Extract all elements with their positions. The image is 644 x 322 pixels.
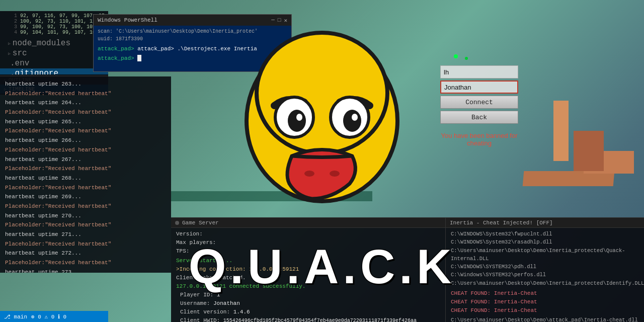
heartbeat-269: heartbeat uptime 269...Placeholder:"Rece… <box>5 192 166 211</box>
cheat-titlebar: Inertia - Cheat Injected! [OFF] <box>446 218 644 228</box>
server-version: Version: <box>176 230 440 238</box>
duck-svg <box>226 28 418 214</box>
heartbeat-272: heartbeat uptime 272...Placeholder:"Rece… <box>5 249 166 267</box>
svg-point-8 <box>304 171 314 177</box>
back-button[interactable]: Back <box>440 111 518 124</box>
svg-point-6 <box>296 114 302 121</box>
maximize-button[interactable]: □ <box>278 17 281 24</box>
server-client-version: Client version: 1.4.6 <box>176 308 440 316</box>
minimize-button[interactable]: ─ <box>271 17 275 24</box>
server-hwid: Client HWID: 155426496cfbd105f2bc4579f04… <box>176 316 440 322</box>
powershell-titlebar: Windows PowerShell ─ □ ✕ <box>94 15 291 26</box>
server-titlebar: Game Server <box>171 218 445 228</box>
code-line: 192, 97, 116, 97, 99, 107, 95, 112, 97, <box>0 13 108 19</box>
cheat-path-5: C:\Windows\SYSTEM32\perfos.dll <box>451 271 639 279</box>
server-dot <box>175 221 179 225</box>
cheat-content: C:\WINDOWS\System32\fwpuclnt.dll C:\WIND… <box>446 228 644 322</box>
cheat-found-2: CHEAT FOUND: Inertia-Cheat <box>451 298 639 306</box>
svg-point-5 <box>343 110 361 132</box>
game-login-ui: Connect Back You have been banned forche… <box>440 65 518 147</box>
error-count: ⊗ 0 ⚠ 0 ℹ 0 <box>31 313 66 320</box>
cheat-panel: Inertia - Cheat Injected! [OFF] C:\WINDO… <box>445 217 644 322</box>
tree-node-modules[interactable]: ▷node_modules <box>0 38 108 48</box>
cheat-path-2: C:\WINDOWS\System32\rasadhlp.dll <box>451 238 639 246</box>
code-line: 2100, 92, 73, 110, 101, 114, 116, 105, 9… <box>0 19 108 24</box>
heartbeat-270: heartbeat uptime 270...Placeholder:"Rece… <box>5 211 166 230</box>
cheat-path-1: C:\WINDOWS\System32\fwpuclnt.dll <box>451 230 639 238</box>
window-controls[interactable]: ─ □ ✕ <box>271 17 287 24</box>
code-line: 399, 100, 92, 73, 100, 101, 110, 116, 10… <box>0 24 108 30</box>
close-button[interactable]: ✕ <box>284 17 287 24</box>
cheat-found-3: CHEAT FOUND: Inertia-Cheat <box>451 306 639 315</box>
heartbeat-265: heartbeat uptime 265...Placeholder:"Rece… <box>5 117 166 136</box>
game-block <box>574 131 604 171</box>
cheat-path-6: C:\Users\mainuser\Desktop\Demo\Inertia_p… <box>451 279 639 287</box>
cheat-path-4: C:\WINDOWS\SYSTEM32\pdh.dll <box>451 263 639 271</box>
svg-point-4 <box>288 110 306 132</box>
status-bar: ⎇ main ⊗ 0 ⚠ 0 ℹ 0 <box>0 311 108 322</box>
code-line: 499, 104, 101, 99, 107, 105, 110, 103, 1… <box>0 30 108 35</box>
heartbeat-268: heartbeat uptime 268...Placeholder:"Rece… <box>5 174 166 192</box>
heartbeat-266: heartbeat uptime 266...Placeholder:"Rece… <box>5 136 166 154</box>
heartbeat-267: heartbeat uptime 267...Placeholder:"Rece… <box>5 155 166 174</box>
cheat-title: Inertia - Cheat Injected! [OFF] <box>450 220 553 226</box>
server-title: Game Server <box>182 220 219 226</box>
game-dot <box>454 54 458 58</box>
tree-src[interactable]: ▷src <box>0 48 108 58</box>
heartbeat-263: heartbeat uptime 263...Placeholder:"Rece… <box>5 79 166 98</box>
game-dot <box>465 57 468 60</box>
game-block <box>553 101 569 161</box>
tree-env[interactable]: .env <box>0 58 108 68</box>
ip-input[interactable] <box>440 65 518 78</box>
heartbeat-264: heartbeat uptime 264...Placeholder:"Rece… <box>5 98 166 117</box>
server-username: Username: Jonathan <box>176 299 440 308</box>
svg-point-1 <box>257 33 387 153</box>
svg-point-7 <box>352 114 358 121</box>
heartbeat-panel: heartbeat uptime 263...Placeholder:"Rece… <box>0 76 171 273</box>
duck-mascot <box>226 28 418 214</box>
quack-logo: Q.U.A.C.K <box>189 239 456 294</box>
svg-point-9 <box>330 171 340 177</box>
heartbeat-273: heartbeat uptime 273...Placeholder:"Rece… <box>5 268 166 273</box>
git-branch: ⎇ main <box>4 313 27 320</box>
username-input[interactable] <box>440 80 518 94</box>
powershell-title: Windows PowerShell <box>98 17 157 23</box>
heartbeat-271: heartbeat uptime 271...Placeholder:"Rece… <box>5 230 166 249</box>
connect-button[interactable]: Connect <box>440 96 518 109</box>
cheat-found-1: CHEAT FOUND: Inertia-Cheat <box>451 289 639 298</box>
cheat-path-3: C:\Users\mainuser\Desktop\Demo\Inertia_p… <box>451 247 639 263</box>
cheat-attack-path: C:\Users\mainuser\Desktop\Demo\attack_pa… <box>451 316 639 322</box>
ban-message: You have been banned forcheating <box>441 132 517 147</box>
code-editor-panel: 192, 97, 116, 97, 99, 107, 95, 112, 97, … <box>0 11 108 76</box>
